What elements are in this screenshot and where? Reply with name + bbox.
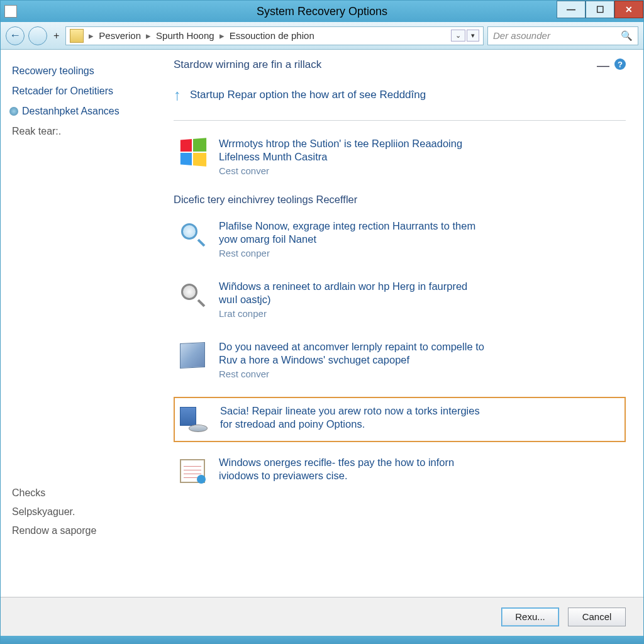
footer: Rexu... Cancel <box>1 597 643 636</box>
chevron-right-icon: ▸ <box>214 30 230 42</box>
cancel-button[interactable]: Cancel <box>568 608 626 626</box>
divider <box>174 120 626 121</box>
help-icon[interactable]: ? <box>614 58 626 70</box>
option-action: Cest conver <box>219 165 462 176</box>
startup-repair-link[interactable]: ↑ Startup Repar option the how art of se… <box>174 86 626 104</box>
sidebar-link-destanhpket[interactable]: Destanhpket Asances <box>9 101 158 121</box>
close-button[interactable]: ✕ <box>614 1 643 18</box>
sidebar-link-reak[interactable]: Reak tear:. <box>9 121 158 142</box>
sidebar-item-label: Destanhpket Asances <box>22 106 119 117</box>
magnifier-grey-icon <box>177 280 208 310</box>
option-action: Rest conver <box>219 369 484 379</box>
breadcrumb-history[interactable]: ▾ <box>467 30 479 42</box>
maximize-button[interactable]: ☐ <box>586 1 614 18</box>
nav-bar: ← + ▸ Pesverion ▸ Spurth Hoong ▸ Essouct… <box>1 22 643 50</box>
main-panel: Stardow wirning are fin a rillack — ? ↑ … <box>167 50 643 597</box>
search-icon: 🔍 <box>621 30 633 42</box>
back-button[interactable]: ← <box>6 26 25 45</box>
magnifier-blue-icon <box>177 219 208 250</box>
option-subtitle: Ruv a hore a Windows' svchuget capopef <box>219 353 484 367</box>
chevron-right-icon: ▸ <box>84 30 99 42</box>
search-placeholder: Der asounder <box>493 30 550 41</box>
option-title: Wrrmotys htrop the Sution' is tee Replii… <box>219 137 462 150</box>
option-title: Sacia! Repair lineate you arew roto now … <box>220 404 480 418</box>
search-input[interactable]: Der asounder 🔍 <box>487 26 638 45</box>
option-title: Windows onerges recifle- tfes pay the ho… <box>219 456 454 469</box>
panel-minimize-icon[interactable]: — <box>597 58 609 73</box>
server-disk-icon <box>179 404 209 435</box>
option-subtitle: for stredoad and poiny Options. <box>220 418 480 431</box>
windows-logo-icon <box>177 137 208 167</box>
window-title: System Recovery Options <box>257 5 387 18</box>
system-icon <box>4 5 17 18</box>
startup-repair-label: Startup Repar option the how art of see … <box>190 89 426 101</box>
section-subheading: Dicefic tery einchivrey teolings Receffl… <box>174 194 626 206</box>
option-subtitle: iviodows to previawers cise. <box>219 469 454 482</box>
option-windows-renineet[interactable]: Wiñdows a renineet to ardlain wor hp Her… <box>174 276 626 323</box>
sidebar-bottom-rendow[interactable]: Rendow a saporge <box>9 521 99 540</box>
up-arrow-icon: ↑ <box>174 86 181 104</box>
cube-icon <box>177 340 208 370</box>
sidebar: Recowery teolings Retcader for Onetitier… <box>1 50 167 597</box>
option-action: Lrat conper <box>219 308 467 319</box>
sidebar-bottom-checks[interactable]: Checks <box>9 484 99 502</box>
breadcrumb-item[interactable]: Spurth Hoong <box>156 30 214 41</box>
option-windows-onerges[interactable]: Windows onerges recifle- tfes pay the ho… <box>174 452 626 490</box>
title-bar: System Recovery Options — ☐ ✕ <box>1 1 643 22</box>
option-cube[interactable]: Do you naveed at ancomver lernply repain… <box>174 336 626 383</box>
sidebar-link-retcader[interactable]: Retcader for Onetitiers <box>9 81 158 101</box>
sidebar-bottom-selps[interactable]: Selpskyaguer. <box>9 502 99 521</box>
calendar-refresh-icon <box>177 456 208 486</box>
option-sacia-repair[interactable]: Sacia! Repair lineate you arew roto now … <box>174 397 626 442</box>
minimize-button[interactable]: — <box>557 1 586 18</box>
bottom-border <box>1 636 643 643</box>
sidebar-link-recovery[interactable]: Recowery teolings <box>9 61 158 81</box>
option-title: Do you naveed at ancomver lernply repain… <box>219 340 484 353</box>
breadcrumb-item[interactable]: Essouction de phion <box>230 30 314 41</box>
option-windows[interactable]: Wrrmotys htrop the Sution' is tee Replii… <box>174 133 626 180</box>
forward-button[interactable] <box>28 26 47 45</box>
option-title: Plafilse Nonow, exgrage integ rection Ha… <box>219 219 475 233</box>
option-subtitle: Lifelness Munth Casitra <box>219 150 462 164</box>
option-title: Wiñdows a renineet to ardlain wor hp Her… <box>219 280 467 293</box>
folder-icon <box>70 29 84 43</box>
bullet-icon <box>9 107 18 116</box>
rexu-button[interactable]: Rexu... <box>501 608 559 626</box>
option-action: Rest conper <box>219 248 475 258</box>
page-heading: Stardow wirning are fin a rillack <box>174 58 321 71</box>
nav-plus-icon: + <box>51 30 62 42</box>
option-subtitle: wuıl oastjc) <box>219 293 467 306</box>
option-subtitle: yow omarg foil Nanet <box>219 233 475 246</box>
breadcrumb-bar[interactable]: ▸ Pesverion ▸ Spurth Hoong ▸ Essouction … <box>65 26 484 45</box>
breadcrumb-dropdown[interactable]: ⌄ <box>451 30 465 42</box>
option-plafilse[interactable]: Plafilse Nonow, exgrage integ rection Ha… <box>174 216 626 262</box>
chevron-right-icon: ▸ <box>141 30 156 42</box>
breadcrumb-item[interactable]: Pesverion <box>99 30 141 41</box>
